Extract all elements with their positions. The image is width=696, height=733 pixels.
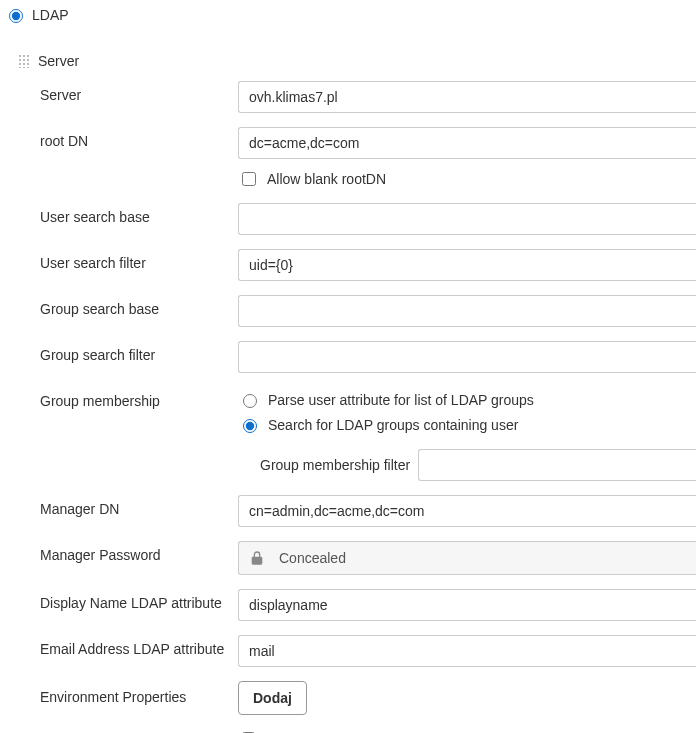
server-input[interactable] [238, 81, 696, 113]
manager-dn-label: Manager DN [40, 495, 238, 517]
email-attr-input[interactable] [238, 635, 696, 667]
gm-filter-input[interactable] [418, 449, 696, 481]
gm-search-label: Search for LDAP groups containing user [268, 417, 518, 433]
allow-blank-rootdn-checkbox[interactable] [242, 172, 256, 186]
root-dn-label: root DN [40, 127, 238, 149]
gm-search-radio[interactable] [243, 419, 257, 433]
env-props-label: Environment Properties [40, 681, 238, 705]
add-button[interactable]: Dodaj [238, 681, 307, 715]
display-name-attr-input[interactable] [238, 589, 696, 621]
section-title: Server [38, 53, 79, 69]
manager-password-label: Manager Password [40, 541, 238, 563]
gm-parse-label: Parse user attribute for list of LDAP gr… [268, 392, 534, 408]
drag-handle-icon[interactable] [18, 54, 30, 68]
user-search-filter-input[interactable] [238, 249, 696, 281]
server-label: Server [40, 81, 238, 103]
group-search-filter-input[interactable] [238, 341, 696, 373]
user-search-base-label: User search base [40, 203, 238, 225]
group-membership-label: Group membership [40, 387, 238, 409]
user-search-filter-label: User search filter [40, 249, 238, 271]
email-attr-label: Email Address LDAP attribute [40, 635, 238, 657]
concealed-text: Concealed [279, 550, 346, 566]
gm-parse-radio[interactable] [243, 394, 257, 408]
root-dn-input[interactable] [238, 127, 696, 159]
lock-icon [249, 550, 265, 566]
manager-password-concealed[interactable]: Concealed [238, 541, 696, 575]
group-search-filter-label: Group search filter [40, 341, 238, 363]
display-name-attr-label: Display Name LDAP attribute [40, 589, 238, 611]
user-search-base-input[interactable] [238, 203, 696, 235]
group-search-base-label: Group search base [40, 295, 238, 317]
allow-blank-rootdn-label: Allow blank rootDN [267, 171, 386, 187]
manager-dn-input[interactable] [238, 495, 696, 527]
group-search-base-input[interactable] [238, 295, 696, 327]
gm-filter-label: Group membership filter [260, 457, 410, 473]
security-realm-ldap-label: LDAP [32, 7, 69, 23]
security-realm-ldap-radio[interactable] [9, 9, 23, 23]
